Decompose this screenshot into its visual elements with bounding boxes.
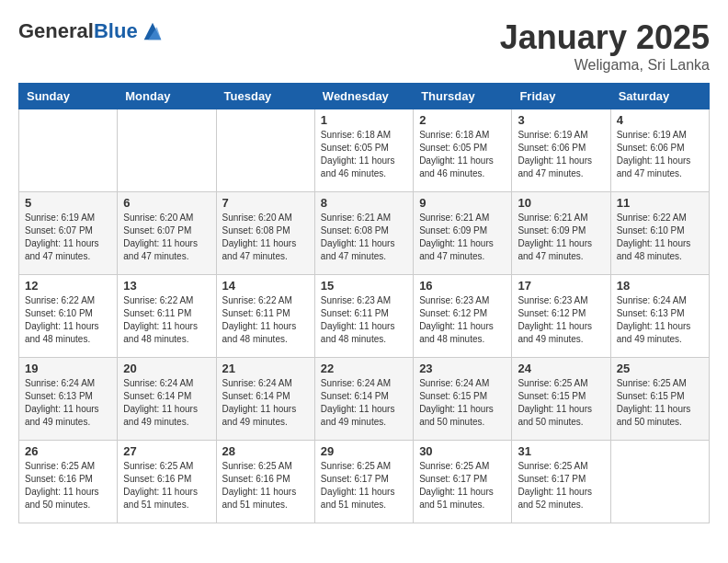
day-number: 22 xyxy=(321,362,407,375)
column-header-tuesday: Tuesday xyxy=(216,84,314,109)
calendar-cell: 25Sunrise: 6:25 AM Sunset: 6:15 PM Dayli… xyxy=(610,358,709,441)
calendar-cell: 16Sunrise: 6:23 AM Sunset: 6:12 PM Dayli… xyxy=(414,275,512,358)
day-number: 2 xyxy=(419,113,506,127)
calendar-cell: 12Sunrise: 6:22 AM Sunset: 6:10 PM Dayli… xyxy=(19,275,118,358)
day-number: 6 xyxy=(123,196,210,210)
calendar-cell: 26Sunrise: 6:25 AM Sunset: 6:16 PM Dayli… xyxy=(19,441,118,523)
day-number: 25 xyxy=(617,362,703,375)
column-header-friday: Friday xyxy=(512,84,610,109)
column-header-wednesday: Wednesday xyxy=(314,84,413,109)
calendar-table: SundayMondayTuesdayWednesdayThursdayFrid… xyxy=(18,83,710,523)
day-info: Sunrise: 6:22 AM Sunset: 6:11 PM Dayligh… xyxy=(222,294,309,346)
day-info: Sunrise: 6:24 AM Sunset: 6:14 PM Dayligh… xyxy=(321,377,407,429)
month-title: January 2025 xyxy=(500,18,710,57)
calendar-week-2: 5Sunrise: 6:19 AM Sunset: 6:07 PM Daylig… xyxy=(19,192,710,275)
day-info: Sunrise: 6:25 AM Sunset: 6:16 PM Dayligh… xyxy=(123,460,210,511)
day-number: 21 xyxy=(222,362,309,375)
logo-general-text: General xyxy=(18,19,94,42)
day-info: Sunrise: 6:25 AM Sunset: 6:15 PM Dayligh… xyxy=(518,377,604,429)
day-info: Sunrise: 6:23 AM Sunset: 6:12 PM Dayligh… xyxy=(518,294,604,346)
day-info: Sunrise: 6:21 AM Sunset: 6:09 PM Dayligh… xyxy=(518,212,604,263)
calendar-cell: 17Sunrise: 6:23 AM Sunset: 6:12 PM Dayli… xyxy=(512,275,610,358)
logo-blue-text: Blue xyxy=(94,19,138,42)
location-subtitle: Weligama, Sri Lanka xyxy=(500,57,710,74)
day-number: 1 xyxy=(321,113,407,127)
day-number: 10 xyxy=(518,196,604,210)
day-info: Sunrise: 6:25 AM Sunset: 6:16 PM Dayligh… xyxy=(222,460,309,511)
day-number: 26 xyxy=(25,444,111,458)
calendar-cell: 5Sunrise: 6:19 AM Sunset: 6:07 PM Daylig… xyxy=(19,192,118,275)
day-number: 28 xyxy=(222,444,309,458)
day-info: Sunrise: 6:18 AM Sunset: 6:05 PM Dayligh… xyxy=(321,129,407,180)
day-info: Sunrise: 6:24 AM Sunset: 6:14 PM Dayligh… xyxy=(222,377,309,429)
calendar-cell: 7Sunrise: 6:20 AM Sunset: 6:08 PM Daylig… xyxy=(216,192,314,275)
column-header-thursday: Thursday xyxy=(414,84,512,109)
day-number: 29 xyxy=(321,444,407,458)
column-header-saturday: Saturday xyxy=(610,84,709,109)
day-info: Sunrise: 6:24 AM Sunset: 6:14 PM Dayligh… xyxy=(123,377,210,429)
day-number: 11 xyxy=(617,196,703,210)
calendar-week-4: 19Sunrise: 6:24 AM Sunset: 6:13 PM Dayli… xyxy=(19,358,710,441)
page-header: GeneralBlue January 2025 Weligama, Sri L… xyxy=(18,18,710,74)
calendar-cell: 9Sunrise: 6:21 AM Sunset: 6:09 PM Daylig… xyxy=(414,192,512,275)
calendar-week-3: 12Sunrise: 6:22 AM Sunset: 6:10 PM Dayli… xyxy=(19,275,710,358)
day-number: 9 xyxy=(419,196,506,210)
day-number: 20 xyxy=(123,362,210,375)
calendar-cell: 4Sunrise: 6:19 AM Sunset: 6:06 PM Daylig… xyxy=(610,109,709,192)
day-number: 4 xyxy=(617,113,703,127)
day-info: Sunrise: 6:21 AM Sunset: 6:09 PM Dayligh… xyxy=(419,212,506,263)
day-info: Sunrise: 6:22 AM Sunset: 6:10 PM Dayligh… xyxy=(25,294,111,346)
calendar-cell: 21Sunrise: 6:24 AM Sunset: 6:14 PM Dayli… xyxy=(216,358,314,441)
calendar-cell: 15Sunrise: 6:23 AM Sunset: 6:11 PM Dayli… xyxy=(314,275,413,358)
day-info: Sunrise: 6:24 AM Sunset: 6:15 PM Dayligh… xyxy=(419,377,506,429)
day-info: Sunrise: 6:24 AM Sunset: 6:13 PM Dayligh… xyxy=(617,294,703,346)
day-info: Sunrise: 6:25 AM Sunset: 6:17 PM Dayligh… xyxy=(321,460,407,511)
day-number: 18 xyxy=(617,279,703,293)
logo: GeneralBlue xyxy=(18,18,165,44)
day-number: 19 xyxy=(25,362,111,375)
day-number: 8 xyxy=(321,196,407,210)
day-info: Sunrise: 6:18 AM Sunset: 6:05 PM Dayligh… xyxy=(419,129,506,180)
day-info: Sunrise: 6:25 AM Sunset: 6:15 PM Dayligh… xyxy=(617,377,703,429)
day-info: Sunrise: 6:20 AM Sunset: 6:07 PM Dayligh… xyxy=(123,212,210,263)
calendar-cell: 13Sunrise: 6:22 AM Sunset: 6:11 PM Dayli… xyxy=(118,275,216,358)
day-number: 24 xyxy=(518,362,604,375)
calendar-header-row: SundayMondayTuesdayWednesdayThursdayFrid… xyxy=(19,84,710,109)
calendar-cell xyxy=(216,109,314,192)
calendar-cell: 24Sunrise: 6:25 AM Sunset: 6:15 PM Dayli… xyxy=(512,358,610,441)
day-number: 13 xyxy=(123,279,210,293)
column-header-monday: Monday xyxy=(118,84,216,109)
calendar-cell: 3Sunrise: 6:19 AM Sunset: 6:06 PM Daylig… xyxy=(512,109,610,192)
column-header-sunday: Sunday xyxy=(19,84,118,109)
day-info: Sunrise: 6:23 AM Sunset: 6:11 PM Dayligh… xyxy=(321,294,407,346)
calendar-cell: 20Sunrise: 6:24 AM Sunset: 6:14 PM Dayli… xyxy=(118,358,216,441)
calendar-cell: 29Sunrise: 6:25 AM Sunset: 6:17 PM Dayli… xyxy=(314,441,413,523)
calendar-cell: 6Sunrise: 6:20 AM Sunset: 6:07 PM Daylig… xyxy=(118,192,216,275)
day-info: Sunrise: 6:23 AM Sunset: 6:12 PM Dayligh… xyxy=(419,294,506,346)
logo-icon xyxy=(140,18,165,44)
title-area: January 2025 Weligama, Sri Lanka xyxy=(500,18,710,74)
calendar-cell: 11Sunrise: 6:22 AM Sunset: 6:10 PM Dayli… xyxy=(610,192,709,275)
calendar-cell: 30Sunrise: 6:25 AM Sunset: 6:17 PM Dayli… xyxy=(414,441,512,523)
day-number: 12 xyxy=(25,279,111,293)
calendar-cell: 1Sunrise: 6:18 AM Sunset: 6:05 PM Daylig… xyxy=(314,109,413,192)
day-number: 7 xyxy=(222,196,309,210)
calendar-cell: 10Sunrise: 6:21 AM Sunset: 6:09 PM Dayli… xyxy=(512,192,610,275)
day-info: Sunrise: 6:25 AM Sunset: 6:16 PM Dayligh… xyxy=(25,460,111,511)
day-info: Sunrise: 6:22 AM Sunset: 6:11 PM Dayligh… xyxy=(123,294,210,346)
calendar-cell: 8Sunrise: 6:21 AM Sunset: 6:08 PM Daylig… xyxy=(314,192,413,275)
calendar-cell: 18Sunrise: 6:24 AM Sunset: 6:13 PM Dayli… xyxy=(610,275,709,358)
calendar-cell xyxy=(19,109,118,192)
day-number: 14 xyxy=(222,279,309,293)
day-number: 5 xyxy=(25,196,111,210)
calendar-cell: 31Sunrise: 6:25 AM Sunset: 6:17 PM Dayli… xyxy=(512,441,610,523)
calendar-week-5: 26Sunrise: 6:25 AM Sunset: 6:16 PM Dayli… xyxy=(19,441,710,523)
calendar-cell xyxy=(118,109,216,192)
calendar-cell xyxy=(610,441,709,523)
day-number: 16 xyxy=(419,279,506,293)
calendar-cell: 28Sunrise: 6:25 AM Sunset: 6:16 PM Dayli… xyxy=(216,441,314,523)
calendar-cell: 22Sunrise: 6:24 AM Sunset: 6:14 PM Dayli… xyxy=(314,358,413,441)
day-number: 30 xyxy=(419,444,506,458)
day-number: 23 xyxy=(419,362,506,375)
day-info: Sunrise: 6:24 AM Sunset: 6:13 PM Dayligh… xyxy=(25,377,111,429)
